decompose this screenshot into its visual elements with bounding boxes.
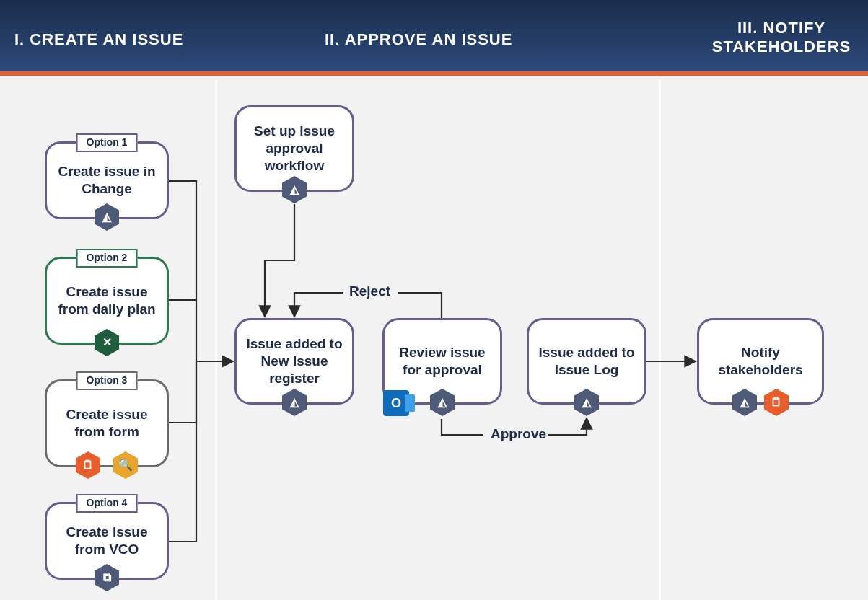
option-4-tag: Option 4 <box>76 494 138 513</box>
edge-label-reject: Reject <box>346 283 393 299</box>
outlook-icon: O <box>383 390 409 416</box>
triangle-icon: ◭ <box>282 176 307 203</box>
node-option-4: Option 4 Create issue from VCO ⧉ <box>45 502 169 580</box>
triangle-icon: ◭ <box>574 389 599 416</box>
node-issue-log: Issue added to Issue Log ◭ <box>527 318 646 405</box>
node-setup-workflow: Set up issue approval workflow ◭ <box>234 105 354 192</box>
node-option-2: Option 2 Create issue from daily plan ✕ <box>45 257 169 345</box>
option-2-label: Create issue from daily plan <box>47 283 167 318</box>
node-option-1: Option 1 Create issue in Change ◭ <box>45 141 169 219</box>
triangle-icon: ◭ <box>430 389 455 416</box>
diagram-stage: Option 1 Create issue in Change ◭ Option… <box>0 80 868 600</box>
clipboard-icon: 🗒 <box>764 389 789 416</box>
option-4-label: Create issue from VCO <box>47 524 167 558</box>
node-review-issue: Review issue for approval O ◭ <box>382 318 502 405</box>
issue-log-label: Issue added to Issue Log <box>529 344 644 379</box>
triangle-icon: ◭ <box>95 203 119 231</box>
notify-stakeholders-label: Notify stakeholders <box>699 344 822 379</box>
option-3-label: Create issue from form <box>47 406 167 441</box>
node-option-3: Option 3 Create issue from form 🗒 🔍 <box>45 379 169 467</box>
header-phase-1: I. CREATE AN ISSUE <box>14 30 183 49</box>
copy-icon: ⧉ <box>95 564 119 591</box>
option-2-tag: Option 2 <box>76 249 138 268</box>
triangle-icon: ◭ <box>282 389 307 416</box>
node-notify-stakeholders: Notify stakeholders ◭ 🗒 <box>697 318 824 405</box>
new-issue-register-label: Issue added to New Issue register <box>237 335 352 387</box>
option-3-tag: Option 3 <box>76 371 138 390</box>
option-1-tag: Option 1 <box>76 133 138 152</box>
triangle-icon: ◭ <box>732 389 757 416</box>
review-issue-label: Review issue for approval <box>385 344 500 379</box>
node-new-issue-register: Issue added to New Issue register ◭ <box>234 318 354 405</box>
edge-label-approve: Approve <box>488 426 549 442</box>
phase-header: I. CREATE AN ISSUE II. APPROVE AN ISSUE … <box>0 0 868 76</box>
option-1-label: Create issue in Change <box>47 163 167 198</box>
clipboard-icon: 🗒 <box>76 451 100 479</box>
search-icon: 🔍 <box>113 451 138 479</box>
setup-workflow-label: Set up issue approval workflow <box>237 123 352 174</box>
header-phase-3: III. NOTIFY STAKEHOLDERS <box>709 19 854 56</box>
tools-icon: ✕ <box>95 329 119 356</box>
header-phase-2: II. APPROVE AN ISSUE <box>325 30 512 49</box>
